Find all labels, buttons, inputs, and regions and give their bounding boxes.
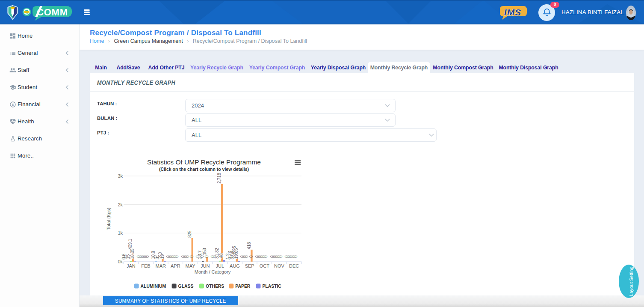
svg-text:0: 0 [293, 255, 298, 258]
svg-text:MAY: MAY [185, 263, 195, 268]
svg-text:153: 153 [202, 248, 207, 255]
svg-text:JUN: JUN [201, 263, 210, 268]
svg-text:IMS: IMS [504, 7, 521, 17]
svg-text:AUG: AUG [230, 263, 240, 268]
svg-text:0: 0 [145, 255, 150, 258]
svg-text:0: 0 [278, 255, 283, 258]
svg-text:ALUMINIUM: ALUMINIUM [141, 284, 166, 289]
svg-text:Statistics Of UMP Recycle Prog: Statistics Of UMP Recycle Programme [147, 158, 261, 166]
svg-text:MAR: MAR [155, 263, 166, 268]
svg-text:JUL: JUL [216, 263, 225, 268]
svg-text:418: 418 [247, 242, 251, 249]
svg-text:2k: 2k [118, 202, 123, 207]
svg-text:COMM: COMM [37, 7, 68, 18]
svg-text:$: $ [12, 103, 14, 107]
svg-text:OCT: OCT [260, 263, 270, 268]
svg-text:JAN: JAN [127, 263, 136, 268]
svg-text:0: 0 [174, 255, 179, 258]
svg-text:2,718: 2,718 [217, 173, 222, 183]
svg-text:(Click on the chart column to: (Click on the chart column to view detai… [159, 167, 249, 172]
svg-text:0: 0 [249, 255, 254, 258]
svg-text:NOV: NOV [274, 263, 285, 268]
svg-text:PLASTIC: PLASTIC [262, 284, 281, 289]
svg-text:APR: APR [171, 263, 180, 268]
svg-text:1k: 1k [118, 230, 123, 235]
svg-text:Month / Category: Month / Category [195, 269, 231, 274]
svg-text:GLASS: GLASS [178, 284, 194, 289]
svg-text:825: 825 [187, 230, 192, 238]
svg-text:10.05: 10.05 [130, 248, 135, 259]
svg-text:0: 0 [204, 255, 209, 258]
svg-text:48: 48 [219, 253, 224, 258]
svg-text:19.65: 19.65 [234, 248, 239, 259]
svg-text:0: 0 [263, 255, 268, 258]
svg-text:PAPER: PAPER [235, 284, 251, 289]
svg-text:SEP: SEP [245, 263, 254, 268]
svg-text:FEB: FEB [141, 263, 150, 268]
svg-text:409.1: 409.1 [128, 238, 133, 249]
svg-text:0: 0 [189, 255, 194, 258]
svg-text:DEC: DEC [289, 263, 299, 268]
svg-text:19: 19 [160, 254, 165, 259]
svg-text:Total (Kgs): Total (Kgs) [106, 208, 111, 230]
svg-text:OTHERS: OTHERS [206, 284, 224, 289]
svg-text:3k: 3k [118, 173, 123, 179]
